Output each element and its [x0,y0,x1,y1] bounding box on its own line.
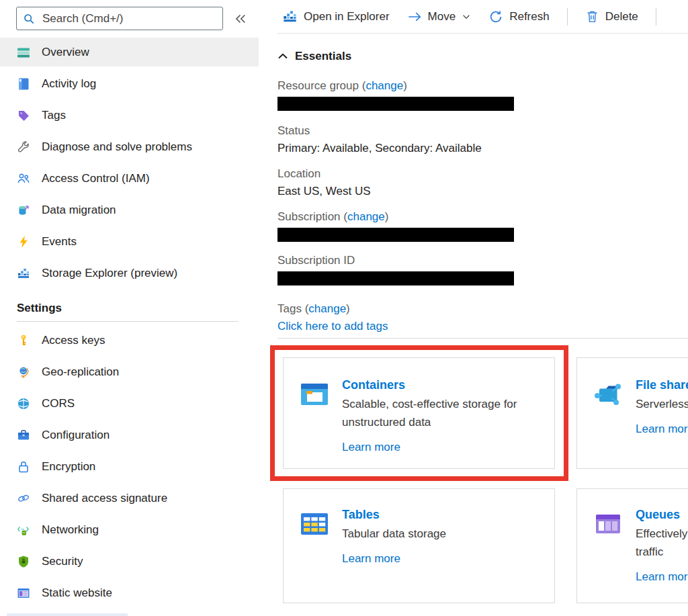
move-button[interactable]: Move [407,9,472,24]
sidebar-item-label: Diagnose and solve problems [42,140,192,154]
sidebar-item-configuration[interactable]: Configuration [0,421,259,449]
file-shares-description: Serverless SMB and NFS file shares [636,395,688,413]
sidebar-item-storage-explorer[interactable]: Storage Explorer (preview) [0,259,259,288]
chevron-up-icon [277,51,288,62]
arrow-right-icon [407,9,422,24]
subscription-label: Subscription (change) [277,210,688,224]
tags-label: Tags (change) [277,302,688,316]
command-bar: Open in Explorer Move Refresh Delete [277,0,688,34]
queues-icon [592,508,624,540]
tag-icon [17,109,30,122]
refresh-label: Refresh [509,10,550,24]
containers-tile[interactable]: Containers Scalable, cost-effective stor… [283,357,555,469]
globe-stand-icon [17,365,30,379]
delete-button[interactable]: Delete [585,9,638,24]
sidebar-item-events[interactable]: Events [0,227,259,256]
sidebar-item-geo-replication[interactable]: Geo-replication [0,357,259,386]
tables-title: Tables [342,508,446,522]
search-input[interactable] [41,11,216,26]
refresh-icon [488,9,503,24]
tags-change-link[interactable]: change [308,302,346,315]
field-subscription: Subscription (change) [277,210,688,242]
essentials-title: Essentials [295,49,351,64]
tables-icon [298,508,331,540]
sidebar-item-data-migration[interactable]: Data migration [0,195,259,224]
collapse-sidebar-icon[interactable] [231,10,249,28]
search-box[interactable] [16,7,223,30]
queues-tile[interactable]: Queues Effectively scale apps according … [576,488,688,603]
location-label: Location [277,167,688,181]
subscription-change-link[interactable]: change [347,210,385,223]
essentials-bottom-divider [277,338,688,339]
essentials-header[interactable]: Essentials [277,49,688,64]
tables-tile[interactable]: Tables Tabular data storage Learn more [283,488,555,603]
sidebar-item-shared-access-signature[interactable]: Shared access signature [0,484,259,513]
toolbox-icon [17,429,30,442]
status-label: Status [277,124,688,138]
settings-section-header: Settings [0,290,259,315]
storage-explorer-icon [282,9,298,24]
open-in-explorer-label: Open in Explorer [304,10,390,24]
file-shares-tile[interactable]: File shares Serverless SMB and NFS file … [576,357,688,469]
shield-icon [17,555,30,568]
field-location: Location East US, West US [277,167,688,199]
field-tags: Tags (change) Click here to add tags [277,302,688,334]
file-shares-learn-more-link[interactable]: Learn more [636,423,688,436]
sidebar-item-label: Access Control (IAM) [42,172,150,185]
tables-description: Tabular data storage [342,525,446,543]
database-migration-icon [17,204,30,217]
cors-globe-icon [17,397,30,410]
sidebar-item-access-control[interactable]: Access Control (IAM) [0,164,259,193]
sidebar-item-access-keys[interactable]: Access keys [0,326,259,355]
containers-learn-more-link[interactable]: Learn more [342,441,400,454]
sidebar-bottom-partial-row [7,613,128,616]
people-icon [17,172,30,185]
refresh-button[interactable]: Refresh [488,9,550,24]
sidebar-item-label: Events [42,235,77,249]
sidebar-item-label: Static website [42,586,112,600]
resource-group-change-link[interactable]: change [366,79,403,92]
location-value: East US, West US [277,184,688,199]
lock-icon [17,460,30,474]
website-icon [17,586,30,600]
sidebar-item-encryption[interactable]: Encryption [0,452,259,481]
delete-label: Delete [605,10,638,24]
storage-explorer-icon [17,267,30,280]
key-icon [17,334,30,347]
trash-icon [585,9,599,24]
sidebar-search-row [16,7,249,30]
queues-learn-more-link[interactable]: Learn more [636,570,688,584]
subscription-id-value-redacted [277,271,514,285]
sidebar-item-overview[interactable]: Overview [0,38,259,67]
file-shares-title: File shares [636,378,688,392]
sidebar-item-label: Geo-replication [42,365,119,379]
sidebar-item-security[interactable]: Security [0,547,259,576]
resource-group-label: Resource group (change) [277,79,688,93]
status-value: Primary: Available, Secondary: Available [277,141,688,156]
open-in-explorer-button[interactable]: Open in Explorer [282,9,390,24]
sidebar-item-label: Data migration [42,204,116,217]
subscription-value-redacted [277,228,514,242]
sidebar-item-label: Configuration [42,429,110,442]
containers-icon [298,378,331,410]
overview-icon [17,46,30,59]
tables-learn-more-link[interactable]: Learn more [342,552,400,566]
add-tags-link[interactable]: Click here to add tags [277,320,388,333]
settings-divider [17,321,239,322]
field-resource-group: Resource group (change) [277,79,688,111]
sidebar: Overview Activity log Tags Diagnose and … [0,0,259,616]
sidebar-item-label: Overview [42,46,89,59]
queues-description: Effectively scale apps according to traf… [636,525,688,561]
wrench-icon [17,140,30,154]
networking-icon [17,523,30,537]
activity-log-icon [17,77,30,91]
sidebar-item-static-website[interactable]: Static website [0,578,259,607]
sidebar-item-cors[interactable]: CORS [0,389,259,418]
sidebar-item-label: Access keys [42,334,105,347]
sidebar-item-tags[interactable]: Tags [0,101,259,130]
sidebar-item-activity-log[interactable]: Activity log [0,69,259,98]
sidebar-item-networking[interactable]: Networking [0,515,259,544]
sidebar-nav: Overview Activity log Tags Diagnose and … [0,38,259,610]
queues-title: Queues [636,508,688,522]
sidebar-item-diagnose[interactable]: Diagnose and solve problems [0,132,259,161]
